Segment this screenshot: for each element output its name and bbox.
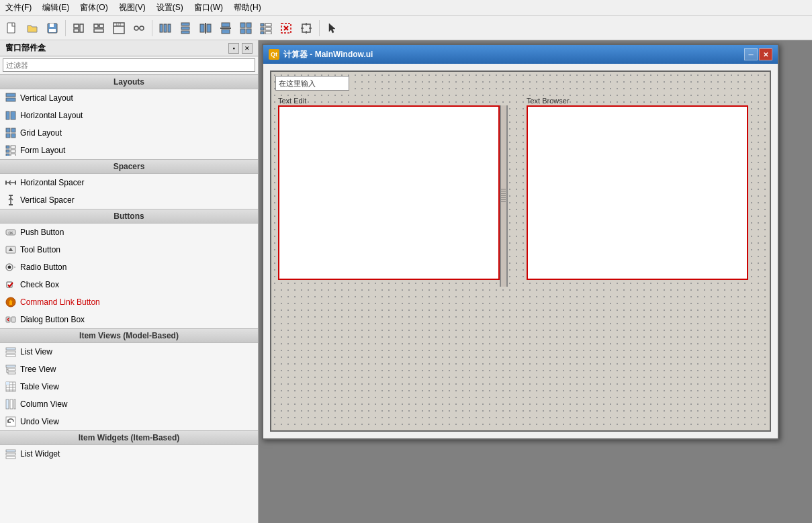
svg-rect-57 [6, 150, 9, 152]
toolbar-buddy-edit[interactable] [89, 19, 108, 38]
splitter-handle[interactable]: ||||||| [500, 105, 508, 287]
list-widget-label: List Widget [20, 449, 60, 459]
widget-item-vertical-layout[interactable]: Vertical Layout [0, 89, 258, 107]
widget-item-table-view[interactable]: Table View [0, 378, 258, 395]
qt-icon: Qt [269, 49, 279, 60]
widget-box-close-btn[interactable]: ✕ [242, 43, 253, 54]
designer-titlebar: Qt 计算器 - MainWindow.ui ─ ✕ [263, 45, 778, 64]
form-layout-label: Form Layout [20, 146, 65, 155]
menu-settings[interactable]: 设置(S) [156, 2, 183, 13]
toolbar-pointer[interactable] [323, 19, 342, 38]
widget-item-grid-layout[interactable]: Grid Layout [0, 124, 258, 142]
column-view-label: Column View [20, 399, 67, 409]
svg-rect-48 [6, 98, 15, 101]
svg-rect-18 [164, 24, 167, 32]
tree-view-label: Tree View [20, 365, 56, 374]
toolbar-widget-edit[interactable] [69, 19, 88, 38]
menu-form[interactable]: 窗体(O) [80, 2, 107, 13]
design-input-bar[interactable]: 在这里输入 [275, 76, 349, 91]
check-box-icon [5, 279, 16, 290]
svg-rect-28 [222, 30, 230, 34]
svg-rect-56 [11, 146, 15, 148]
svg-rect-21 [181, 27, 189, 30]
widget-item-command-link[interactable]: Command Link Button [0, 293, 258, 311]
toolbar-new[interactable] [3, 19, 21, 38]
toolbar-v-layout[interactable] [176, 19, 195, 38]
svg-rect-84 [6, 348, 15, 350]
svg-rect-52 [11, 128, 15, 132]
toolbar-open[interactable] [23, 19, 42, 38]
widget-item-push-button[interactable]: OK Push Button [0, 224, 258, 241]
v-spacer-icon [5, 195, 16, 205]
menu-view[interactable]: 视图(V) [119, 2, 146, 13]
svg-rect-37 [261, 32, 264, 34]
svg-rect-36 [265, 28, 271, 30]
widget-item-undo-view[interactable]: Undo View [0, 413, 258, 430]
h-spacer-label: Horizontal Spacer [20, 178, 84, 187]
widget-item-radio-button[interactable]: Radio Button [0, 258, 258, 276]
svg-rect-86 [6, 354, 15, 356]
widget-item-h-spacer[interactable]: Horizontal Spacer [0, 174, 258, 191]
widget-item-list-widget[interactable]: List Widget [0, 445, 258, 463]
toolbar-sep-3 [319, 20, 320, 36]
svg-rect-102 [10, 399, 13, 409]
toolbar-save[interactable] [43, 19, 62, 38]
widget-item-list-view[interactable]: List View [0, 343, 258, 361]
toolbar-splitter-h[interactable] [196, 19, 215, 38]
svg-rect-22 [181, 31, 189, 34]
svg-text:OK: OK [8, 231, 13, 235]
text-edit-label: Text Edit [278, 97, 306, 105]
widget-item-column-view[interactable]: Column View [0, 395, 258, 413]
svg-rect-105 [6, 450, 15, 452]
menu-file[interactable]: 文件(F) [5, 2, 32, 13]
toolbar-sep-2 [152, 20, 152, 36]
widget-item-v-spacer[interactable]: Vertical Spacer [0, 191, 258, 209]
toolbar-grid-layout[interactable] [236, 19, 255, 38]
toolbar-tab-edit[interactable]: 123 [109, 19, 128, 38]
widget-item-horizontal-layout[interactable]: Horizontal Layout [0, 107, 258, 124]
svg-point-75 [8, 266, 11, 269]
menu-help[interactable]: 帮助(H) [234, 2, 261, 13]
category-layouts: Layouts [0, 75, 258, 89]
svg-rect-30 [246, 23, 251, 28]
menu-edit[interactable]: 编辑(E) [42, 2, 69, 13]
toolbar-adjust-size[interactable] [297, 19, 316, 38]
text-edit-widget[interactable] [278, 105, 500, 280]
designer-close-btn[interactable]: ✕ [759, 48, 772, 60]
widget-item-dialog-btn-box[interactable]: Dialog Button Box [0, 311, 258, 328]
widget-item-tree-view[interactable]: Tree View [0, 361, 258, 378]
designer-window: Qt 计算器 - MainWindow.ui ─ ✕ 在这里输入 Te [262, 44, 779, 440]
widget-item-form-layout[interactable]: Form Layout [0, 142, 258, 159]
widget-box-float-btn[interactable]: ▪ [228, 43, 239, 54]
horizontal-layout-icon [5, 110, 16, 121]
svg-rect-32 [246, 29, 251, 34]
widget-item-tool-button[interactable]: Tool Button [0, 241, 258, 258]
designer-minimize-btn[interactable]: ─ [744, 48, 758, 60]
grid-layout-label: Grid Layout [20, 128, 62, 138]
toolbar-form-layout[interactable] [257, 19, 275, 38]
svg-rect-59 [6, 154, 9, 156]
tree-view-icon [5, 364, 16, 375]
toolbar-signal-edit[interactable] [130, 19, 148, 38]
toolbar-splitter-v[interactable] [216, 19, 235, 38]
filter-input[interactable] [3, 58, 255, 72]
main-window-design[interactable]: 在这里输入 Text Edit ||||||| Text Browser [270, 70, 771, 432]
filter-box [0, 56, 258, 75]
toolbar-h-layout[interactable] [156, 19, 175, 38]
text-browser-widget[interactable] [527, 105, 748, 280]
svg-rect-38 [265, 32, 271, 34]
category-item-widgets: Item Widgets (Item-Based) [0, 430, 258, 445]
svg-point-15 [140, 26, 144, 30]
main-layout: 窗口部件盒 ▪ ✕ Layouts Vertical Layout [0, 40, 812, 523]
svg-rect-83 [11, 317, 15, 322]
splitter-dots: ||||||| [501, 189, 507, 203]
svg-rect-25 [207, 24, 211, 32]
svg-rect-10 [94, 29, 103, 32]
command-link-label: Command Link Button [20, 297, 100, 307]
svg-rect-3 [49, 29, 56, 32]
widget-item-check-box[interactable]: Check Box [0, 276, 258, 293]
radio-button-icon [5, 262, 16, 273]
menu-window[interactable]: 窗口(W) [194, 2, 223, 13]
toolbar-break-layout[interactable] [277, 19, 296, 38]
h-spacer-icon [5, 177, 16, 188]
